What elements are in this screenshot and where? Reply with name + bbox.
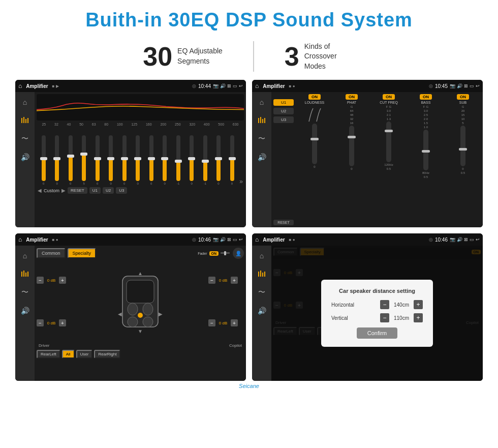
slider-8[interactable]: 0 [145, 135, 157, 185]
sidebar-wave-3[interactable]: 〜 [18, 285, 32, 300]
battery-icon-1: ▭ [233, 83, 237, 88]
sidebar-vol-2[interactable]: 🔊 [255, 150, 269, 164]
freq-630: 630 [233, 123, 239, 126]
tab-common-3[interactable]: Common [37, 248, 66, 258]
right-bot-plus[interactable]: + [231, 319, 238, 326]
vertical-minus[interactable]: − [380, 313, 389, 322]
watermark: Seicane [0, 383, 498, 389]
screen-body-2: ⌂ 〜 🔊 U1 U2 U3 RESET [252, 92, 483, 227]
sidebar-home-4[interactable]: ⌂ [255, 249, 269, 263]
sub-slider[interactable] [460, 126, 465, 166]
slider-7[interactable]: 0 [132, 135, 143, 185]
dialog-box: Car speaker distance setting Horizontal … [321, 280, 433, 347]
confirm-button[interactable]: Confirm [357, 327, 397, 339]
right-top-plus[interactable]: + [231, 277, 238, 284]
main-content-1: 25 32 40 50 63 80 100 125 160 200 250 32… [35, 92, 246, 227]
slider-10[interactable]: -1 [172, 135, 184, 185]
svg-rect-4 [258, 118, 259, 123]
slider-5[interactable]: 0 [105, 135, 116, 185]
settings-icon-3[interactable]: 👤 [233, 248, 244, 259]
rear-left-btn-3[interactable]: RearLeft [37, 350, 60, 359]
expand-arrows[interactable]: » [239, 178, 243, 185]
fader-on-3[interactable]: ON [209, 251, 219, 256]
phat-slider[interactable] [349, 126, 354, 166]
horizontal-plus[interactable]: + [414, 300, 423, 309]
rear-right-btn-3[interactable]: RearRight [94, 350, 120, 359]
bass-slider[interactable] [423, 130, 428, 170]
slider-13[interactable]: 0 [212, 135, 224, 185]
right-top-minus[interactable]: − [208, 277, 215, 284]
sidebar-vol-3[interactable]: 🔊 [18, 304, 32, 318]
sidebar-vol-1[interactable]: 🔊 [18, 150, 32, 164]
u3-preset[interactable]: U3 [273, 116, 294, 123]
u1-btn-1[interactable]: U1 [89, 187, 101, 194]
left-top-minus[interactable]: − [37, 277, 44, 284]
cutfreq-on[interactable]: ON [383, 94, 395, 100]
prev-arrow[interactable]: ◀ [38, 188, 42, 193]
user-btn-3[interactable]: User [76, 350, 93, 359]
horizontal-label: Horizontal [331, 302, 354, 308]
sidebar-eq-2[interactable] [255, 113, 269, 128]
svg-point-16 [128, 303, 138, 315]
watermark-text: Seicane [239, 383, 259, 389]
home-icon-1: ⌂ [18, 82, 22, 89]
left-bot-plus[interactable]: + [59, 319, 66, 326]
reset-btn-2[interactable]: RESET [273, 220, 294, 225]
svg-rect-13 [224, 251, 226, 255]
sidebar-wave-1[interactable]: 〜 [18, 132, 32, 146]
slider-6[interactable]: 0 [118, 135, 130, 185]
sub-on[interactable]: ON [457, 94, 469, 100]
main-content-2: U1 U2 U3 RESET ON LOUDNESS [271, 92, 483, 227]
tab-specialty-3[interactable]: Specialty [68, 248, 97, 258]
slider-3[interactable]: 5 [78, 135, 89, 185]
horizontal-minus[interactable]: − [380, 300, 389, 309]
reset-btn-1[interactable]: RESET [68, 187, 87, 194]
u2-btn-1[interactable]: U2 [103, 187, 114, 194]
screen-body-3: ⌂ 〜 🔊 Common Specialty Fader ON [15, 246, 246, 381]
sidebar-eq-1[interactable] [18, 113, 32, 128]
channel-cutfreq: ON CUT FREQ FG 3.0 2.1 1.3 120Hz 0.5 [371, 94, 407, 225]
u3-btn-1[interactable]: U3 [116, 187, 127, 194]
camera-icon-3: 📷 [213, 237, 219, 242]
screens-grid: ⌂ Amplifier ■ ▶ ◎ 10:44 📷 🔊 ⊠ ▭ ↩ ⌂ 〜 🔊 [0, 80, 498, 381]
statusbar-3: ⌂ Amplifier ■ ● ◎ 10:46 📷 🔊 ⊠ ▭ ↩ [15, 233, 246, 246]
sidebar-eq-3[interactable] [18, 267, 32, 281]
next-arrow[interactable]: ▶ [61, 188, 66, 193]
crossover-number: 3 [285, 41, 299, 72]
slider-9[interactable]: 0 [159, 135, 170, 185]
sidebar-home-2[interactable]: ⌂ [255, 95, 269, 109]
u2-preset[interactable]: U2 [273, 108, 294, 114]
slider-2[interactable]: 0 [65, 135, 76, 185]
cutfreq-slider[interactable] [386, 122, 391, 162]
channel-loudness: ON LOUDNESS 0 [297, 94, 332, 225]
sidebar-home-3[interactable]: ⌂ [18, 249, 32, 263]
sidebar-wave-4[interactable]: 〜 [255, 285, 269, 300]
sidebar-wave-2[interactable]: 〜 [255, 132, 269, 146]
right-bot-minus[interactable]: − [208, 319, 215, 326]
bass-on[interactable]: ON [420, 94, 432, 100]
slider-1[interactable]: 0 [51, 135, 63, 185]
left-top-plus[interactable]: + [59, 277, 66, 284]
left-bot-minus[interactable]: − [37, 319, 44, 326]
time-1: 10:44 [198, 83, 211, 89]
loudness-on[interactable]: ON [308, 94, 321, 100]
slider-4[interactable]: 0 [91, 135, 103, 185]
all-btn-3[interactable]: All [62, 350, 75, 359]
wifi-icon-1: ⊠ [227, 83, 231, 88]
sidebar-eq-4[interactable] [255, 267, 269, 281]
sidebar-vol-4[interactable]: 🔊 [255, 304, 269, 318]
fader-slider-3[interactable] [221, 250, 231, 257]
amp-channels: ON LOUDNESS 0 ON PHAT [297, 94, 481, 225]
location-icon-1: ◎ [192, 83, 196, 88]
slider-12[interactable]: -1 [199, 135, 211, 185]
vertical-plus[interactable]: + [414, 313, 423, 322]
slider-11[interactable]: 0 [185, 135, 197, 185]
slider-0[interactable]: 0 [38, 135, 49, 185]
slider-14[interactable]: 0 [226, 135, 238, 185]
right-top-db: − 0 dB + [208, 277, 244, 284]
phat-on[interactable]: ON [346, 94, 358, 100]
sidebar-home-1[interactable]: ⌂ [18, 95, 32, 109]
loudness-slider[interactable] [312, 124, 317, 164]
record-icon-4: ■ ● [289, 237, 295, 242]
u1-preset[interactable]: U1 [273, 99, 294, 106]
